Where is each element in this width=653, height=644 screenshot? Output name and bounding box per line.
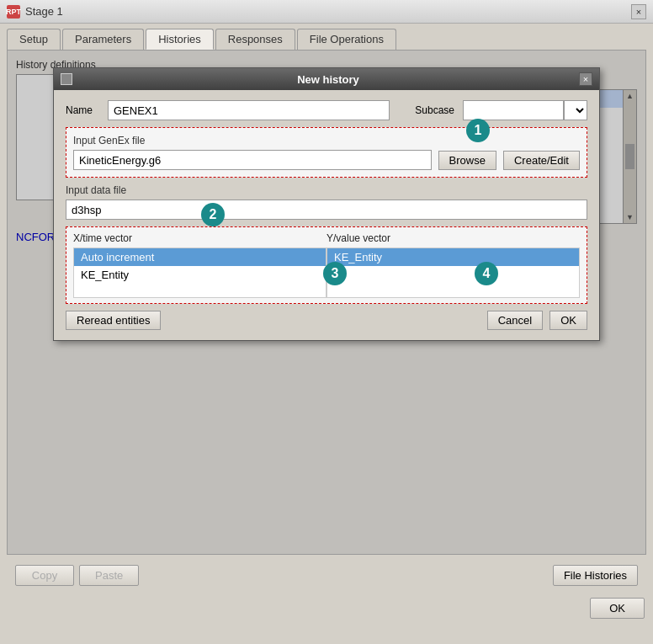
tab-setup[interactable]: Setup: [7, 29, 61, 50]
y-item-ke-entity[interactable]: KE_Entity: [327, 248, 579, 266]
tab-histories[interactable]: Histories: [146, 29, 214, 50]
genex-file-row: Browse Create/Edit: [73, 150, 580, 170]
name-label: Name: [66, 104, 99, 116]
copy-button[interactable]: Copy: [15, 565, 74, 586]
name-input[interactable]: [108, 100, 390, 120]
tab-parameters[interactable]: Parameters: [62, 29, 144, 50]
modal-close-button[interactable]: ×: [579, 72, 592, 86]
modal-title-bar: New history ×: [54, 68, 599, 90]
input-data-section: Input data file: [66, 184, 587, 220]
y-value-label: Y/value vector: [326, 232, 580, 244]
x-item-auto[interactable]: Auto increment: [74, 248, 326, 266]
modal-cancel-button[interactable]: Cancel: [487, 311, 543, 330]
app-icon: RPT: [7, 5, 20, 19]
modal-ok-cancel: Cancel OK: [487, 311, 587, 330]
subcase-input[interactable]: [463, 100, 564, 120]
new-history-modal: New history × Name Subcase: [53, 67, 600, 341]
callout-3: 3: [323, 262, 347, 285]
callout-2: 2: [201, 203, 225, 226]
callout-4: 4: [475, 262, 498, 285]
subcase-label: Subcase: [415, 104, 454, 116]
final-ok-row: OK: [0, 593, 653, 625]
xy-header: X/time vector Y/value vector: [73, 232, 580, 244]
x-item-ke-entity[interactable]: KE_Entity: [74, 266, 326, 284]
x-time-label: X/time vector: [73, 232, 326, 244]
subcase-select[interactable]: [564, 100, 587, 120]
tab-content: History definitions Add new Generic USER…: [7, 50, 646, 555]
name-subcase-row: Name Subcase: [66, 100, 587, 120]
title-bar: RPT Stage 1 ×: [0, 0, 653, 24]
modal-action-row: Reread entities Cancel OK: [66, 311, 587, 330]
window-close-button[interactable]: ×: [631, 4, 646, 19]
bottom-left: Copy Paste: [15, 565, 139, 586]
genex-file-label: Input GenEx file: [73, 135, 580, 146]
final-ok-button[interactable]: OK: [590, 598, 645, 619]
input-data-input[interactable]: [66, 200, 587, 220]
modal-body: Name Subcase Input GenEx file: [54, 90, 599, 340]
reread-entities-button[interactable]: Reread entities: [66, 311, 161, 330]
modal-icon: [61, 73, 72, 85]
paste-button[interactable]: Paste: [79, 565, 139, 586]
title-bar-left: RPT Stage 1: [7, 5, 63, 19]
tab-file-operations[interactable]: File Operations: [297, 29, 396, 50]
modal-title: New history: [77, 73, 579, 86]
create-edit-button[interactable]: Create/Edit: [503, 151, 580, 170]
x-time-list[interactable]: Auto increment KE_Entity: [73, 247, 326, 298]
bottom-right: File Histories: [553, 565, 638, 586]
tab-responses[interactable]: Responses: [215, 29, 295, 50]
modal-ok-button[interactable]: OK: [549, 311, 587, 330]
genex-file-input[interactable]: [73, 150, 432, 170]
callout-1: 1: [466, 119, 490, 142]
window-title: Stage 1: [25, 5, 63, 18]
modal-overlay: New history × Name Subcase: [8, 51, 645, 554]
file-histories-button[interactable]: File Histories: [553, 565, 638, 586]
y-value-list[interactable]: KE_Entity: [326, 247, 580, 298]
tab-bar: Setup Parameters Histories Responses Fil…: [0, 24, 653, 50]
genex-file-section: Input GenEx file Browse Create/Edit: [66, 127, 587, 178]
browse-button[interactable]: Browse: [438, 151, 496, 170]
input-data-label: Input data file: [66, 184, 587, 196]
main-window: Setup Parameters Histories Responses Fil…: [0, 24, 653, 625]
bottom-bar: Copy Paste File Histories: [7, 558, 646, 593]
